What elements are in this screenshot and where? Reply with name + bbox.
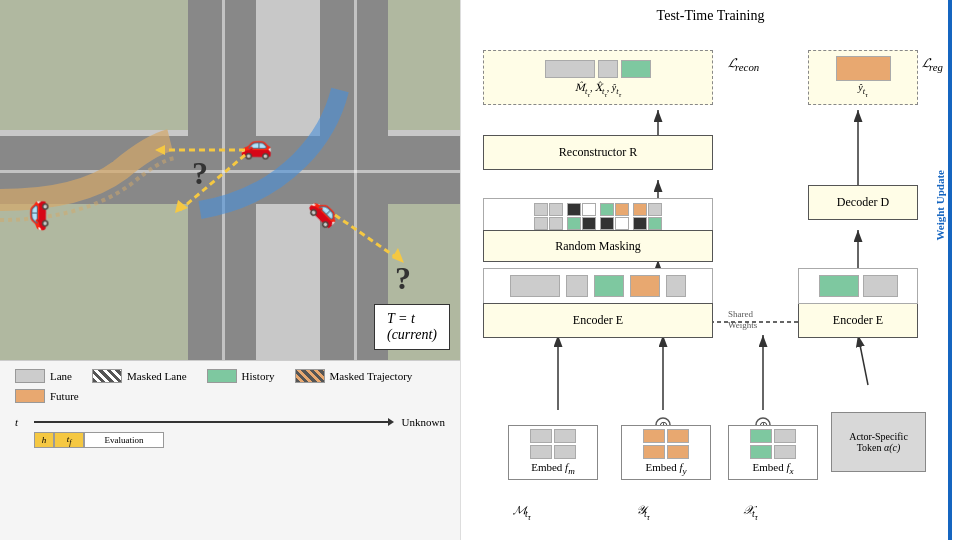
- reconstructor-box: Reconstructor R: [483, 135, 713, 170]
- M-label: 𝓜tτ: [513, 503, 531, 522]
- seg-tf-label: tf: [67, 434, 72, 447]
- seg-eval: Evaluation: [84, 432, 164, 448]
- encoder-left-label: Encoder E: [573, 313, 623, 328]
- top-output-left-box: M̂tτ, X̂tτ, ŷtτ: [483, 50, 713, 105]
- future-swatch: [15, 389, 45, 403]
- embed-fy-label: Embed fy: [645, 461, 686, 476]
- encoder-left-box: Encoder E: [483, 303, 713, 338]
- encoder-right-box: Encoder E: [798, 303, 918, 338]
- lane-label: Lane: [50, 370, 72, 382]
- seg-h: h: [34, 432, 54, 448]
- timeline-row: t Unknown: [15, 416, 445, 428]
- timeline-line: [34, 421, 388, 423]
- right-panel: Weight Update Test-Time Training: [460, 0, 960, 540]
- loss-reg-label: 𝓛reg: [922, 55, 943, 73]
- decoder-label: Decoder D: [837, 195, 889, 210]
- masked-inputs-row: [483, 198, 713, 234]
- time-label: T = t: [387, 311, 437, 327]
- svg-marker-1: [155, 145, 165, 155]
- top-formula-label: M̂tτ, X̂tτ, ŷtτ: [575, 82, 621, 99]
- encoder-right-label: Encoder E: [833, 313, 883, 328]
- timeline-unknown-label: Unknown: [402, 416, 445, 428]
- decoder-box: Decoder D: [808, 185, 918, 220]
- svg-line-4: [335, 215, 400, 260]
- timeline-axis-label: t: [15, 416, 30, 428]
- history-swatch: [207, 369, 237, 383]
- timeline-bar-area: t Unknown h tf Evaluation: [0, 411, 460, 453]
- right-diagram: Shared Weights ⊕ ⊕ M̂tτ, X̂tτ, ŷtτ 𝓛reco…: [473, 30, 948, 532]
- legend: Lane Masked Lane History Masked Trajecto…: [0, 361, 460, 411]
- reconstructor-label: Reconstructor R: [559, 145, 637, 160]
- token-grid-2: [567, 203, 596, 230]
- embed-fx-label: Embed fx: [752, 461, 793, 476]
- timeline-arrow: [34, 418, 394, 426]
- masked-lane-label: Masked Lane: [127, 370, 187, 382]
- legend-history: History: [207, 369, 275, 383]
- embed-fy-box: Embed fy: [621, 425, 711, 480]
- svg-marker-3: [175, 200, 188, 213]
- timeline-area: Lane Masked Lane History Masked Trajecto…: [0, 360, 460, 540]
- timeline-segments: h tf Evaluation: [34, 432, 445, 448]
- encoder-right-input: [798, 268, 918, 304]
- legend-lane: Lane: [15, 369, 72, 383]
- legend-future: Future: [15, 389, 79, 403]
- svg-text:Weights: Weights: [728, 320, 758, 330]
- svg-text:Shared: Shared: [728, 309, 753, 319]
- y-hat-label: ŷtτ: [858, 82, 867, 99]
- lane-swatch: [15, 369, 45, 383]
- question-mark-2: ?: [395, 260, 411, 297]
- question-mark-1: ?: [192, 155, 208, 192]
- loss-recon-label: 𝓛recon: [728, 55, 759, 73]
- intersection-diagram: 🚗 🚗 🚗 ? ? T = t (current): [0, 0, 460, 360]
- random-masking-label: Random Masking: [555, 239, 641, 254]
- legend-masked-traj: Masked Trajectory: [295, 369, 413, 383]
- embed-fm-label: Embed fm: [531, 461, 575, 476]
- legend-masked-lane: Masked Lane: [92, 369, 187, 383]
- embed-fm-box: Embed fm: [508, 425, 598, 480]
- masked-lane-swatch: [92, 369, 122, 383]
- future-label: Future: [50, 390, 79, 402]
- embed-fx-box: Embed fx: [728, 425, 818, 480]
- X-label: 𝒳tτ: [743, 503, 758, 522]
- timeline-arrowhead: [388, 418, 394, 426]
- encoder-input-row: [483, 268, 713, 304]
- seg-eval-label: Evaluation: [105, 435, 144, 445]
- left-panel: 🚗 🚗 🚗 ? ? T = t (current): [0, 0, 460, 540]
- actor-token-box: Actor-Specific Token α(c): [831, 412, 926, 472]
- history-label: History: [242, 370, 275, 382]
- time-sublabel: (current): [387, 327, 437, 343]
- token-grid-1: [534, 203, 563, 230]
- random-masking-box: Random Masking: [483, 230, 713, 262]
- masked-traj-label: Masked Trajectory: [330, 370, 413, 382]
- masked-traj-swatch: [295, 369, 325, 383]
- svg-line-16: [858, 335, 868, 385]
- Y-label: 𝒴tτ: [636, 503, 650, 522]
- top-output-right-box: ŷtτ: [808, 50, 918, 105]
- blue-line: [948, 0, 952, 540]
- svg-line-2: [180, 155, 245, 210]
- seg-h-label: h: [42, 435, 47, 445]
- token-grid-3: [600, 203, 629, 230]
- seg-tf: tf: [54, 432, 84, 448]
- time-label-box: T = t (current): [374, 304, 450, 350]
- actor-token-label: Actor-Specific Token α(c): [836, 431, 921, 453]
- token-grid-4: [633, 203, 662, 230]
- ttt-title: Test-Time Training: [473, 8, 948, 24]
